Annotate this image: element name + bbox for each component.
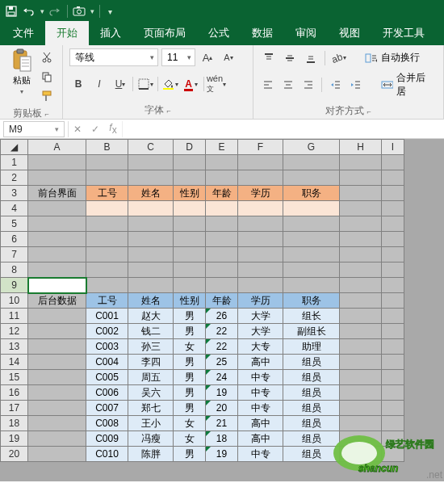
cell-E16[interactable]: 19 <box>206 385 238 401</box>
cell-G19[interactable]: 组员 <box>283 431 340 447</box>
cell-A12[interactable] <box>28 324 86 339</box>
underline-button[interactable]: U ▾ <box>111 75 129 93</box>
cell-B17[interactable]: C007 <box>86 401 128 416</box>
cell-E8[interactable] <box>206 262 238 278</box>
cell-G15[interactable]: 组员 <box>283 370 340 385</box>
cell-D5[interactable] <box>174 216 206 232</box>
cell-B8[interactable] <box>86 262 128 278</box>
cell-E12[interactable]: 22 <box>206 324 238 339</box>
bold-button[interactable]: B <box>69 75 87 93</box>
cell-F12[interactable]: 大学 <box>238 324 283 339</box>
row-header-18[interactable]: 18 <box>1 416 28 431</box>
cell-G11[interactable]: 组长 <box>283 309 340 324</box>
cell-F8[interactable] <box>238 262 283 278</box>
cell-A5[interactable] <box>28 216 86 232</box>
cell-F5[interactable] <box>238 216 283 232</box>
cell-E13[interactable]: 22 <box>206 339 238 355</box>
cell-D16[interactable]: 男 <box>174 385 206 401</box>
row-header-20[interactable]: 20 <box>1 447 28 462</box>
cell-I18[interactable] <box>382 416 404 431</box>
cell-F20[interactable]: 中专 <box>238 447 283 462</box>
cancel-icon[interactable]: ✕ <box>69 124 86 135</box>
font-name-select[interactable]: 等线 <box>69 48 158 66</box>
save-icon[interactable] <box>3 3 19 19</box>
cell-I4[interactable] <box>382 201 404 216</box>
cell-G14[interactable]: 组员 <box>283 355 340 370</box>
align-bottom-icon[interactable] <box>302 49 320 67</box>
cell-E7[interactable] <box>206 247 238 262</box>
cell-B20[interactable]: C010 <box>86 447 128 462</box>
cell-B6[interactable] <box>86 232 128 247</box>
decrease-indent-icon[interactable] <box>327 76 344 94</box>
increase-indent-icon[interactable] <box>347 76 364 94</box>
col-header-E[interactable]: E <box>206 140 238 155</box>
cell-E20[interactable]: 19 <box>206 447 238 462</box>
row-header-3[interactable]: 3 <box>1 186 28 201</box>
cell-G4[interactable] <box>283 201 340 216</box>
col-header-C[interactable]: C <box>128 140 174 155</box>
cell-F1[interactable] <box>238 155 283 170</box>
cell-A16[interactable] <box>28 385 86 401</box>
cell-D12[interactable]: 男 <box>174 324 206 339</box>
cell-A4[interactable] <box>28 201 86 216</box>
cell-H20[interactable] <box>340 447 382 462</box>
cell-B16[interactable]: C006 <box>86 385 128 401</box>
undo-icon[interactable] <box>21 3 37 19</box>
redo-icon[interactable] <box>46 3 62 19</box>
cell-I14[interactable] <box>382 355 404 370</box>
cell-I6[interactable] <box>382 232 404 247</box>
cell-B12[interactable]: C002 <box>86 324 128 339</box>
cell-H2[interactable] <box>340 170 382 186</box>
row-header-19[interactable]: 19 <box>1 431 28 447</box>
cell-G20[interactable]: 组员 <box>283 447 340 462</box>
cell-I3[interactable] <box>382 186 404 201</box>
cell-F3[interactable]: 学历 <box>238 186 283 201</box>
cell-I1[interactable] <box>382 155 404 170</box>
row-header-6[interactable]: 6 <box>1 232 28 247</box>
cell-B4[interactable] <box>86 201 128 216</box>
tab-insert[interactable]: 插入 <box>89 21 132 45</box>
row-header-16[interactable]: 16 <box>1 385 28 401</box>
spreadsheet-grid[interactable]: ◢ABCDEFGHI123前台界面工号姓名性别年龄学历职务45678910后台数… <box>0 139 444 481</box>
cell-C18[interactable]: 王小 <box>128 416 174 431</box>
decrease-font-icon[interactable]: A▾ <box>220 48 237 66</box>
cell-H6[interactable] <box>340 232 382 247</box>
cell-F19[interactable]: 高中 <box>238 431 283 447</box>
cell-D7[interactable] <box>174 247 206 262</box>
cell-B19[interactable]: C009 <box>86 431 128 447</box>
paste-button[interactable]: 粘贴 ▾ <box>6 48 36 105</box>
cell-A14[interactable] <box>28 355 86 370</box>
row-header-2[interactable]: 2 <box>1 170 28 186</box>
cell-D19[interactable]: 女 <box>174 431 206 447</box>
cell-G10[interactable]: 职务 <box>283 293 340 309</box>
row-header-13[interactable]: 13 <box>1 339 28 355</box>
cell-F15[interactable]: 中专 <box>238 370 283 385</box>
cell-F17[interactable]: 中专 <box>238 401 283 416</box>
cell-D1[interactable] <box>174 155 206 170</box>
fill-color-icon[interactable]: ▾ <box>161 75 179 93</box>
row-header-8[interactable]: 8 <box>1 262 28 278</box>
camera-icon[interactable] <box>71 3 87 19</box>
cell-D17[interactable]: 男 <box>174 401 206 416</box>
cell-F4[interactable] <box>238 201 283 216</box>
cell-G7[interactable] <box>283 247 340 262</box>
row-header-5[interactable]: 5 <box>1 216 28 232</box>
cell-E3[interactable]: 年龄 <box>206 186 238 201</box>
cell-A20[interactable] <box>28 447 86 462</box>
tab-developer[interactable]: 开发工具 <box>371 21 436 45</box>
col-header-I[interactable]: I <box>382 140 404 155</box>
cell-H5[interactable] <box>340 216 382 232</box>
cell-D13[interactable]: 女 <box>174 339 206 355</box>
cell-H14[interactable] <box>340 355 382 370</box>
row-header-15[interactable]: 15 <box>1 370 28 385</box>
cell-C10[interactable]: 姓名 <box>128 293 174 309</box>
cell-B1[interactable] <box>86 155 128 170</box>
cell-E11[interactable]: 26 <box>206 309 238 324</box>
cell-B13[interactable]: C003 <box>86 339 128 355</box>
align-left-icon[interactable] <box>260 76 277 94</box>
cut-icon[interactable] <box>38 48 56 66</box>
tab-formulas[interactable]: 公式 <box>197 21 241 45</box>
cell-A11[interactable] <box>28 309 86 324</box>
cell-H19[interactable] <box>340 431 382 447</box>
cell-C19[interactable]: 冯瘦 <box>128 431 174 447</box>
